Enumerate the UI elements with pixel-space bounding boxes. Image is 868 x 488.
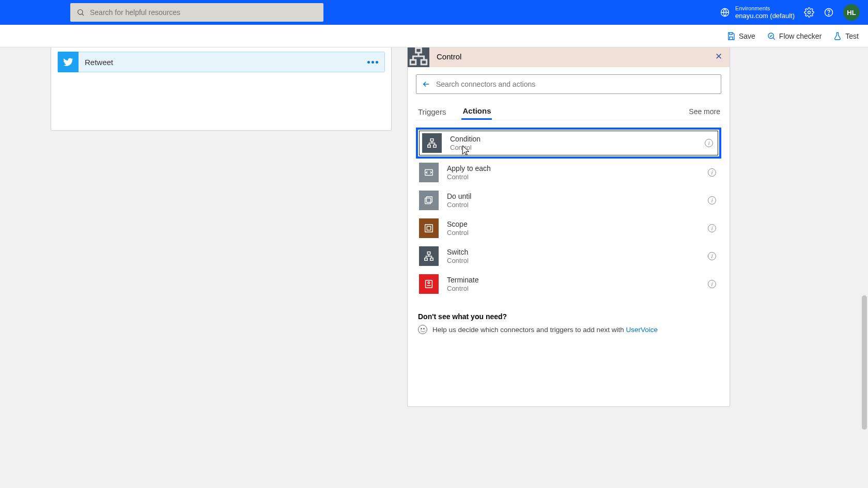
save-icon	[726, 32, 736, 41]
svg-rect-13	[426, 197, 432, 202]
tabs: Triggers Actions See more	[416, 103, 721, 120]
search-icon	[76, 8, 85, 17]
control-actions-panel: Control ✕ Triggers Actions See more Cond…	[407, 48, 730, 407]
tab-triggers[interactable]: Triggers	[417, 104, 447, 119]
panel-header: Control ✕	[408, 48, 730, 67]
command-bar: Save Flow checker Test	[0, 25, 868, 48]
svg-point-2	[808, 11, 811, 14]
svg-rect-6	[416, 48, 422, 53]
action-name: Do until	[447, 192, 471, 200]
global-search[interactable]	[70, 3, 323, 22]
svg-rect-9	[430, 139, 433, 141]
globe-icon	[720, 7, 730, 18]
action-sub: Control	[447, 201, 471, 209]
svg-rect-11	[433, 145, 437, 148]
info-icon[interactable]: i	[708, 252, 716, 260]
svg-point-4	[828, 14, 829, 15]
global-search-input[interactable]	[90, 8, 317, 17]
info-icon[interactable]: i	[708, 196, 716, 204]
help-title: Don't see what you need?	[418, 312, 719, 321]
tab-actions[interactable]: Actions	[461, 103, 492, 120]
save-label: Save	[739, 32, 755, 40]
flow-checker-icon	[767, 32, 776, 41]
step-title: Retweet	[85, 58, 113, 67]
uservoice-link[interactable]: UserVoice	[626, 326, 658, 334]
retweet-step-header[interactable]: Retweet	[57, 52, 385, 72]
avatar[interactable]: HL	[843, 4, 860, 21]
retweet-step-card: Retweet	[51, 48, 392, 131]
panel-title: Control	[437, 52, 461, 61]
action-search[interactable]	[416, 74, 721, 94]
help-text: Help us decide which connectors and trig…	[432, 326, 626, 334]
test-label: Test	[845, 32, 859, 40]
back-arrow-icon[interactable]	[422, 80, 431, 89]
action-name: Apply to each	[447, 164, 491, 172]
action-sub: Control	[447, 173, 491, 181]
svg-point-0	[78, 10, 83, 14]
environment-name: enayu.com (default)	[735, 12, 795, 20]
scroll-thumb[interactable]	[862, 295, 867, 430]
action-name: Terminate	[447, 276, 478, 284]
svg-rect-16	[427, 226, 430, 230]
action-item-apply-to-each[interactable]: Apply to eachControli	[416, 159, 721, 186]
action-icon	[419, 191, 439, 210]
action-list: ConditionControliApply to eachControliDo…	[416, 125, 721, 300]
info-icon[interactable]: i	[708, 280, 716, 288]
save-button[interactable]: Save	[726, 32, 755, 41]
test-button[interactable]: Test	[833, 32, 859, 41]
info-icon[interactable]: i	[708, 224, 716, 232]
action-icon	[422, 133, 442, 153]
close-icon[interactable]: ✕	[715, 51, 722, 62]
action-icon	[419, 163, 439, 182]
action-name: Condition	[450, 135, 481, 143]
action-search-input[interactable]	[436, 80, 716, 88]
gear-icon[interactable]	[804, 7, 814, 18]
action-sub: Control	[447, 229, 469, 237]
designer-canvas: Retweet Control ✕ Triggers Actions See m…	[0, 48, 868, 488]
info-icon[interactable]: i	[708, 168, 716, 177]
svg-rect-15	[425, 225, 433, 232]
action-item-switch[interactable]: SwitchControli	[416, 242, 721, 270]
svg-rect-18	[425, 258, 428, 261]
action-item-condition[interactable]: ConditionControli	[416, 128, 721, 159]
action-item-scope[interactable]: ScopeControli	[416, 214, 721, 242]
environments-label: Environments	[735, 5, 795, 12]
scrollbar[interactable]	[861, 48, 868, 488]
svg-rect-10	[428, 145, 431, 148]
flow-checker-label: Flow checker	[779, 32, 822, 40]
action-sub: Control	[450, 144, 481, 151]
svg-rect-8	[421, 60, 427, 65]
action-item-do-until[interactable]: Do untilControli	[416, 186, 721, 214]
svg-rect-19	[430, 258, 433, 261]
top-bar: Environments enayu.com (default) HL	[0, 0, 868, 25]
svg-rect-14	[425, 198, 431, 203]
flask-icon	[833, 32, 842, 41]
control-icon	[408, 48, 429, 67]
svg-point-21	[428, 281, 430, 284]
see-more-link[interactable]: See more	[689, 107, 720, 116]
help-icon[interactable]	[824, 7, 834, 18]
twitter-icon	[58, 52, 79, 72]
environments-picker[interactable]: Environments enayu.com (default)	[720, 5, 795, 20]
action-item-terminate[interactable]: TerminateControli	[416, 270, 721, 298]
action-icon	[419, 274, 439, 294]
action-sub: Control	[447, 285, 478, 292]
action-icon	[419, 246, 439, 266]
svg-rect-7	[410, 60, 416, 65]
action-name: Scope	[447, 220, 469, 228]
action-icon	[419, 218, 439, 238]
help-line: Help us decide which connectors and trig…	[418, 325, 719, 334]
step-menu-button[interactable]	[367, 61, 378, 64]
smile-icon	[418, 325, 427, 334]
info-icon[interactable]: i	[705, 139, 713, 147]
svg-rect-17	[427, 252, 430, 255]
action-name: Switch	[447, 248, 469, 256]
action-sub: Control	[447, 257, 469, 264]
flow-checker-button[interactable]: Flow checker	[767, 32, 822, 41]
